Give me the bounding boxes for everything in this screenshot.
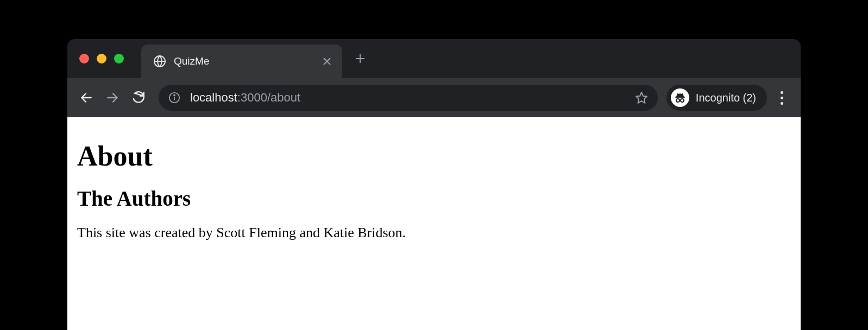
url-port: :3000	[237, 91, 267, 104]
info-icon[interactable]	[168, 92, 180, 104]
tab-strip: QuizMe	[67, 39, 801, 78]
url-host: localhost	[190, 91, 237, 104]
incognito-label: Incognito (2)	[696, 92, 756, 104]
window-controls	[79, 54, 124, 64]
browser-tab[interactable]: QuizMe	[141, 45, 342, 78]
close-window-button[interactable]	[79, 54, 89, 64]
globe-icon	[153, 55, 166, 68]
page-subheading: The Authors	[77, 186, 791, 211]
toolbar: localhost:3000/about Incognito (2)	[67, 78, 801, 117]
maximize-window-button[interactable]	[114, 54, 124, 64]
svg-marker-4	[636, 92, 647, 103]
forward-button[interactable]	[101, 86, 124, 109]
new-tab-button[interactable]	[352, 50, 368, 67]
svg-point-3	[174, 95, 175, 96]
incognito-indicator[interactable]: Incognito (2)	[666, 85, 767, 111]
url-path: /about	[267, 91, 300, 104]
incognito-icon	[671, 88, 689, 107]
page-heading: About	[77, 140, 791, 172]
address-bar[interactable]: localhost:3000/about	[159, 85, 658, 111]
svg-rect-5	[675, 97, 685, 98]
bookmark-star-icon[interactable]	[635, 91, 648, 104]
browser-window: QuizMe	[67, 39, 801, 330]
reload-button[interactable]	[127, 86, 150, 109]
close-tab-button[interactable]	[320, 55, 334, 68]
back-button[interactable]	[75, 86, 98, 109]
svg-point-7	[681, 99, 684, 102]
kebab-icon	[781, 91, 783, 105]
page-paragraph: This site was created by Scott Fleming a…	[77, 225, 791, 241]
url-text: localhost:3000/about	[190, 91, 635, 105]
tab-title: QuizMe	[174, 55, 320, 67]
page-content: About The Authors This site was created …	[67, 117, 801, 330]
minimize-window-button[interactable]	[97, 54, 106, 64]
svg-point-6	[676, 99, 680, 102]
chrome-menu-button[interactable]	[770, 86, 793, 109]
